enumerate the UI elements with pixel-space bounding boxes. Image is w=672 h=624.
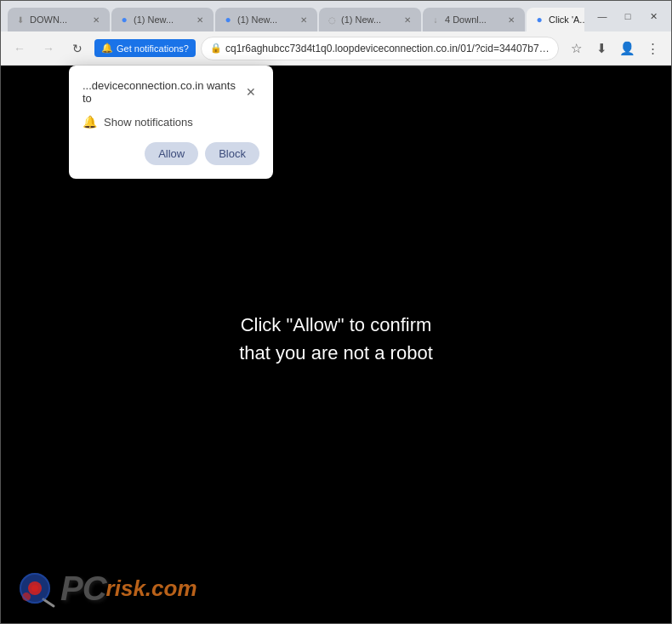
pcrisk-logo-icon <box>18 567 60 610</box>
popup-header: ...deviceconnection.co.in wants to ✕ <box>83 79 259 105</box>
tab-2-favicon: ● <box>118 14 130 26</box>
maximize-button[interactable]: □ <box>617 9 639 24</box>
svg-point-2 <box>31 585 38 592</box>
content-area: ...deviceconnection.co.in wants to ✕ 🔔 S… <box>1 66 671 623</box>
lock-icon: 🔒 <box>210 43 222 54</box>
notification-btn-label: Get notifications? <box>117 43 189 54</box>
tab-3-favicon: ● <box>222 14 234 26</box>
popup-buttons: Allow Block <box>83 142 259 165</box>
tab-6-active[interactable]: ● Click 'A... ✕ <box>527 8 584 31</box>
popup-bell-icon: 🔔 <box>83 115 97 129</box>
browser-window: ⬇ DOWN... ✕ ● (1) New... ✕ ● (1) New... … <box>0 0 672 624</box>
page-line1: Click "Allow" to confirm <box>239 311 433 339</box>
tab-2-close[interactable]: ✕ <box>193 13 207 26</box>
popup-title: ...deviceconnection.co.in wants to <box>83 79 243 105</box>
logo-text: PC risk.com <box>60 570 197 608</box>
bell-notification-icon: 🔔 <box>101 43 113 54</box>
tab-4[interactable]: ◌ (1) New... ✕ <box>319 8 421 31</box>
profile-icon[interactable]: 👤 <box>615 37 639 60</box>
tab-5[interactable]: ↓ 4 Downl... ✕ <box>423 8 525 31</box>
tab-3-close[interactable]: ✕ <box>297 13 310 26</box>
minimize-button[interactable]: — <box>591 9 613 24</box>
tab-3-title: (1) New... <box>237 14 293 25</box>
window-controls: — □ ✕ <box>591 9 664 24</box>
block-button[interactable]: Block <box>205 142 259 165</box>
back-button[interactable]: ← <box>8 37 31 60</box>
tab-5-close[interactable]: ✕ <box>504 13 518 26</box>
tab-1-close[interactable]: ✕ <box>89 13 103 26</box>
logo-pc-text: PC <box>60 570 106 608</box>
tab-1-favicon: ⬇ <box>14 14 26 26</box>
reload-button[interactable]: ↻ <box>65 37 89 60</box>
tab-2[interactable]: ● (1) New... ✕ <box>111 8 214 31</box>
popup-notification-row: 🔔 Show notifications <box>83 115 259 129</box>
logo-risk-text: risk.com <box>106 575 197 602</box>
tab-3[interactable]: ● (1) New... ✕ <box>215 8 317 31</box>
address-bar[interactable]: 🔒 cq1r6aghubcc73d4t1q0.loopdeviceconnect… <box>201 37 559 60</box>
tab-4-close[interactable]: ✕ <box>401 13 414 26</box>
tab-1[interactable]: ⬇ DOWN... ✕ <box>8 8 110 31</box>
forward-button[interactable]: → <box>37 37 60 60</box>
tab-4-title: (1) New... <box>341 14 397 25</box>
svg-line-4 <box>43 599 54 606</box>
tab-1-title: DOWN... <box>30 14 86 25</box>
toolbar: ← → ↻ 🔔 Get notifications? 🔒 cq1r6aghubc… <box>1 31 671 66</box>
popup-close-button[interactable]: ✕ <box>243 83 259 100</box>
title-bar: ⬇ DOWN... ✕ ● (1) New... ✕ ● (1) New... … <box>1 1 671 31</box>
popup-notification-text: Show notifications <box>104 116 193 129</box>
tab-6-favicon: ● <box>533 14 545 26</box>
get-notifications-button[interactable]: 🔔 Get notifications? <box>94 39 196 57</box>
notification-popup: ...deviceconnection.co.in wants to ✕ 🔔 S… <box>69 66 273 179</box>
toolbar-icons: ☆ ⬇ 👤 ⋮ <box>564 37 664 60</box>
menu-icon[interactable]: ⋮ <box>641 37 664 60</box>
page-line2: that you are not a robot <box>239 339 433 367</box>
tab-4-favicon: ◌ <box>326 14 338 26</box>
page-message: Click "Allow" to confirm that you are no… <box>239 311 433 367</box>
logo-watermark: PC risk.com <box>18 567 197 610</box>
close-button[interactable]: ✕ <box>642 9 664 24</box>
tab-5-title: 4 Downl... <box>445 14 501 25</box>
download-icon[interactable]: ⬇ <box>589 37 613 60</box>
bookmark-icon[interactable]: ☆ <box>564 37 588 60</box>
tabs-area: ⬇ DOWN... ✕ ● (1) New... ✕ ● (1) New... … <box>8 1 584 31</box>
tab-2-title: (1) New... <box>134 14 190 25</box>
allow-button[interactable]: Allow <box>145 142 198 165</box>
tab-6-title: Click 'A... <box>549 14 584 25</box>
address-text: cq1r6aghubcc73d4t1q0.loopdeviceconnectio… <box>225 43 550 54</box>
tab-5-favicon: ↓ <box>430 14 441 26</box>
